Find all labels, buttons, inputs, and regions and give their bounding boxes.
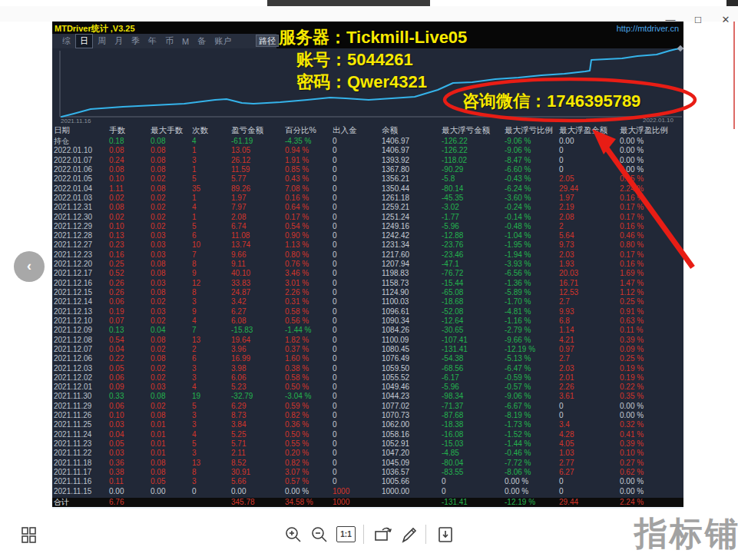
table-cell: 20.03	[558, 269, 618, 278]
app-url-link[interactable]: http://mtdriver.cn	[617, 24, 679, 33]
table-cell: -4.35 %	[283, 137, 331, 146]
table-row[interactable]: 2022.01.030.020.0211.970.16 %01261.18-45…	[52, 194, 683, 203]
table-row[interactable]: 2021.12.150.260.08824.872.26 %01124.90-6…	[52, 288, 683, 297]
table-cell: 1076.49	[380, 354, 440, 363]
table-cell: 0.04	[108, 430, 149, 439]
table-cell: 0	[331, 222, 380, 231]
table-row[interactable]: 2022.01.100.080.08113.050.94 %01406.97-1…	[52, 146, 683, 155]
table-row[interactable]: 2021.11.260.100.0838.730.82 %01070.73-87…	[52, 411, 683, 420]
table-row[interactable]: 2021.12.020.060.0236.060.58 %01055.52-6.…	[52, 373, 683, 383]
table-cell: 0.00 %	[618, 477, 683, 486]
table-row[interactable]: 2021.12.030.050.0233.980.38 %01059.50-68…	[52, 364, 683, 373]
table-row[interactable]: 2021.12.290.100.0256.740.54 %01249.16-5.…	[52, 222, 683, 231]
table-cell: 1084.26	[380, 326, 440, 335]
table-cell: 2021.11.17	[52, 468, 108, 477]
table-row[interactable]: 2021.12.080.540.081319.641.82 %01100.09-…	[52, 336, 683, 345]
grid-layout-icon[interactable]	[20, 525, 38, 544]
table-cell: 1158.73	[380, 279, 440, 288]
table-cell: 0.03	[149, 307, 190, 316]
tab-7[interactable]: 币	[161, 35, 177, 48]
table-cell: 1100.09	[380, 336, 440, 345]
account-label: 账号：	[296, 50, 347, 69]
table-cell: -0.57 %	[503, 383, 558, 392]
table-row[interactable]: 2021.12.160.260.031233.833.01 %01158.73-…	[52, 279, 683, 288]
table-cell: 2022.01.06	[52, 165, 108, 174]
tab-3[interactable]: 周	[94, 35, 110, 48]
table-cell: -30.65	[440, 326, 503, 335]
zoom-out-icon[interactable]	[310, 525, 329, 544]
close-button[interactable]: ✕	[714, 13, 737, 27]
wechat-value: 1746395789	[547, 91, 640, 111]
table-cell: 13.05	[230, 146, 283, 155]
tab-4[interactable]: 月	[111, 35, 127, 48]
table-cell: 0.80 %	[283, 250, 331, 260]
table-row[interactable]: 2021.12.170.520.08940.103.46 %01198.83-7…	[52, 269, 683, 278]
edit-pencil-icon[interactable]	[399, 525, 418, 544]
table-cell: 1261.18	[380, 194, 440, 203]
table-row[interactable]: 2021.11.220.030.0132.110.20 %01047.20-4.…	[52, 449, 683, 458]
actual-size-icon[interactable]: 1:1	[336, 526, 356, 542]
maximize-button[interactable]: ☐	[687, 13, 710, 27]
table-cell: 0.05	[108, 439, 149, 449]
table-cell: -54.38	[440, 354, 503, 363]
table-row[interactable]: 2021.12.280.130.03611.080.90 %01242.42-1…	[52, 231, 683, 240]
table-row[interactable]: 2021.11.250.030.0133.840.36 %01062.00-18…	[52, 420, 683, 429]
table-row[interactable]: 2022.01.060.080.08111.590.85 %01367.80-9…	[52, 165, 683, 174]
table-row[interactable]: 2021.11.160.110.0535.660.57 %01005.6600.…	[52, 477, 683, 486]
table-cell: 1059.50	[380, 364, 440, 373]
zoom-in-icon[interactable]	[284, 525, 303, 544]
table-row[interactable]: 持仓0.180.084-61.19-4.35 %01406.97-126.22-…	[52, 137, 683, 146]
table-cell: 0	[331, 430, 380, 439]
table-cell: 0.31 %	[283, 297, 331, 307]
table-cell: 0.03	[149, 240, 190, 250]
tab-2[interactable]: 日	[75, 34, 93, 48]
tab-10[interactable]: 账户	[210, 35, 235, 48]
table-row[interactable]: 2021.11.170.380.08830.913.07 %01036.57-8…	[52, 468, 683, 477]
tab-1[interactable]: 综	[58, 35, 74, 48]
table-row[interactable]: 2022.01.050.100.0255.770.43 %01356.21-5.…	[52, 174, 683, 184]
server-value: Tickmill-Live05	[346, 28, 467, 47]
table-row[interactable]: 2021.11.290.060.0256.290.59 %01077.02-71…	[52, 402, 683, 411]
table-cell: 3.61	[558, 392, 618, 401]
path-button[interactable]: 路径	[256, 35, 279, 47]
table-row[interactable]: 2021.12.300.020.0212.080.17 %01251.24-1.…	[52, 213, 683, 222]
table-cell: 2021.12.01	[52, 383, 108, 392]
table-row[interactable]: 2021.12.070.040.0223.960.37 %01080.45-13…	[52, 345, 683, 354]
tab-9[interactable]: 备	[194, 35, 210, 48]
tab-5[interactable]: 季	[127, 35, 144, 48]
rotate-icon[interactable]	[372, 525, 394, 544]
table-row[interactable]: 2021.12.200.250.0889.110.76 %01207.94-47…	[52, 260, 683, 269]
table-row[interactable]: 2021.11.230.050.0155.710.55 %01052.91-15…	[52, 439, 683, 449]
table-cell: 0.00	[108, 487, 149, 496]
table-row[interactable]: 2021.12.060.220.08616.991.60 %01076.49-5…	[52, 354, 683, 363]
table-row[interactable]: 2021.12.010.090.0345.230.50 %01049.46-5.…	[52, 383, 683, 392]
table-cell: 0.00	[149, 487, 190, 496]
table-row[interactable]: 2021.12.310.080.0247.970.64 %01259.21-3.…	[52, 203, 683, 212]
table-row[interactable]: 2021.11.180.360.08138.520.82 %01045.09-8…	[52, 459, 683, 468]
table-row[interactable]: 2022.01.041.110.083589.267.08 %01350.44-…	[52, 184, 683, 194]
table-cell: 2022.01.10	[52, 146, 108, 155]
table-cell: -18.68	[440, 297, 503, 307]
table-row[interactable]: 2021.11.300.330.0819-32.79-3.04 %01044.2…	[52, 392, 683, 401]
back-chevron-button[interactable]: ‹	[14, 251, 45, 282]
table-cell: 29.44	[558, 184, 618, 194]
table-cell: 1.03	[558, 449, 618, 458]
table-row[interactable]: 2022.01.070.240.08326.121.91 %01393.92-1…	[52, 156, 683, 165]
table-cell: 0.52	[108, 269, 149, 278]
table-row[interactable]: 2021.12.090.130.047-15.83-1.44 %01084.26…	[52, 326, 683, 335]
tab-6[interactable]: 年	[144, 35, 161, 48]
table-row[interactable]: 2021.11.240.040.0145.250.50 %01058.16-16…	[52, 430, 683, 439]
tab-8[interactable]: M	[178, 36, 193, 47]
table-row[interactable]: 2021.12.270.230.031013.741.13 %01231.34-…	[52, 240, 683, 250]
table-cell: 2.03	[558, 250, 618, 260]
table-row[interactable]: 2021.12.100.070.0246.080.56 %01090.34-12…	[52, 316, 683, 326]
table-cell: 4	[190, 430, 230, 439]
table-row[interactable]: 2021.12.140.060.0233.420.31 %01100.03-18…	[52, 297, 683, 307]
table-row[interactable]: 2021.11.150.000.0000.000.00 %10001000.00…	[52, 487, 683, 496]
table-cell: 0	[558, 146, 618, 155]
table-cell: 1259.21	[380, 203, 440, 212]
table-cell: 0.17 %	[283, 213, 331, 222]
download-icon[interactable]	[436, 525, 455, 544]
table-row[interactable]: 2021.12.230.160.0379.660.80 %01217.60-23…	[52, 250, 683, 260]
table-row[interactable]: 2021.12.130.190.0396.270.58 %01096.61-52…	[52, 307, 683, 316]
